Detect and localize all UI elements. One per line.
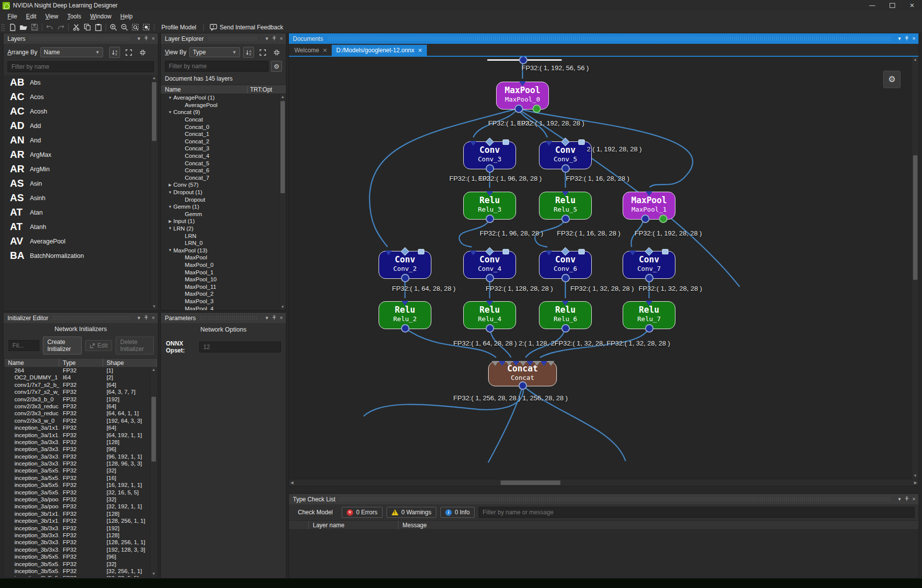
chevron-down-icon[interactable]: ▾	[898, 496, 901, 502]
canvas-settings-button[interactable]: ⚙	[883, 71, 901, 88]
pin-icon[interactable]	[272, 315, 276, 321]
graph-node-conv_3[interactable]: Conv Conv_3	[463, 141, 516, 169]
initializer-row[interactable]: inception_3a/5x5…FP32[32]	[4, 467, 150, 474]
tree-group-row[interactable]: ▼Dropout (1)	[161, 189, 286, 196]
initializer-row[interactable]: inception_3b/3x3…FP32[128, 256, 1, 1]	[4, 539, 150, 546]
chevron-down-icon[interactable]: ▼	[167, 190, 173, 195]
menu-window[interactable]: Window	[86, 12, 116, 21]
tree-layer-row[interactable]: Concat_4	[161, 152, 286, 160]
tree-group-row[interactable]: ▼Gemm (1)	[161, 203, 286, 211]
layer-type-item[interactable]: AC Acosh	[4, 104, 157, 118]
layer-type-item[interactable]: AN And	[4, 133, 157, 147]
output-port-icon[interactable]	[645, 324, 654, 333]
close-icon[interactable]: ×	[152, 36, 155, 41]
initializer-row[interactable]: inception_3b/5x5…FP32[32, 256, 1, 1]	[4, 568, 150, 575]
output-port-icon[interactable]	[645, 274, 654, 282]
close-icon[interactable]: ×	[152, 315, 155, 321]
type-check-table-header[interactable]: Layer name Message	[289, 520, 919, 530]
tree-layer-row[interactable]: Concat_1	[161, 130, 286, 138]
layer-type-item[interactable]: AB Abs	[4, 75, 157, 90]
document-tab[interactable]: D:/Models/googlenet-12.onnx ✕	[332, 45, 427, 56]
chevron-down-icon[interactable]: ▾	[265, 315, 268, 321]
input-port-icon[interactable]	[562, 301, 569, 306]
layers-filter-input[interactable]	[7, 61, 154, 72]
input-port-icon[interactable]	[385, 250, 392, 255]
pin-icon[interactable]	[144, 36, 148, 41]
tree-group-row[interactable]: ▶Conv (57)	[161, 181, 286, 189]
initializer-row[interactable]: inception_3b/3x3…FP32[192]	[4, 525, 150, 532]
input-port-icon[interactable]	[646, 191, 653, 196]
layer-type-item[interactable]: AC Acos	[4, 90, 157, 104]
menu-view[interactable]: View	[41, 12, 63, 21]
paste-button[interactable]	[93, 22, 104, 32]
type-check-filter-input[interactable]	[479, 507, 915, 518]
pin-icon[interactable]	[905, 496, 909, 502]
input-port-icon[interactable]	[470, 250, 477, 255]
save-button[interactable]	[29, 22, 40, 32]
initializer-row[interactable]: 264FP32[1]	[4, 367, 150, 374]
initializer-row[interactable]: inception_3a/5x5…FP32[16, 192, 1, 1]	[4, 481, 150, 488]
graph-node-relu_2[interactable]: Relu Relu_2	[379, 301, 431, 329]
graph-node-conv_6[interactable]: Conv Conv_6	[539, 251, 592, 279]
tree-layer-row[interactable]: MaxPool_11	[161, 283, 286, 290]
output-port-icon[interactable]	[401, 324, 409, 333]
input-port-icon[interactable]	[499, 361, 506, 366]
tree-layer-row[interactable]: Concat_7	[161, 174, 286, 182]
tree-layer-row[interactable]: Gemm	[161, 211, 286, 218]
initializer-row[interactable]: inception_3a/3x3…FP32[128]	[4, 439, 150, 446]
initializer-row[interactable]: conv2/3x3_reduc…FP32[64]	[4, 403, 150, 410]
output-port-icon[interactable]	[561, 164, 570, 173]
initializer-row[interactable]: conv2/3x3_b_0FP32[192]	[4, 396, 150, 403]
initializer-row[interactable]: OC2_DUMMY_1I64[2]	[4, 374, 150, 381]
graph-node-maxpool_1[interactable]: MaxPool MaxPool_1	[623, 192, 675, 220]
tree-layer-row[interactable]: Concat_3	[161, 145, 286, 152]
input-port-icon[interactable]	[519, 81, 526, 86]
pin-icon[interactable]	[905, 36, 909, 41]
graph-node-conv_2[interactable]: Conv Conv_2	[379, 251, 431, 279]
pin-icon[interactable]	[272, 36, 276, 41]
output-port-icon[interactable]	[515, 105, 523, 113]
send-feedback-button[interactable]: Send Internal Feedback	[206, 24, 287, 31]
close-icon[interactable]: ×	[280, 36, 283, 41]
input-port-icon[interactable]	[540, 361, 547, 366]
layers-panel-titlebar[interactable]: Layers ▾ ×	[3, 33, 158, 44]
graph-node-relu_4[interactable]: Relu Relu_4	[463, 301, 516, 329]
layer-type-item[interactable]: AV AveragePool	[4, 234, 157, 248]
layers-scrollbar[interactable]: ▲ ▼	[150, 75, 157, 310]
cut-button[interactable]	[71, 22, 82, 32]
initializer-row[interactable]: inception_3b/5x5…FP32[32]	[4, 561, 150, 568]
chevron-down-icon[interactable]: ▼	[167, 226, 173, 231]
layer-explorer-titlebar[interactable]: Layer Explorer ▾ ×	[161, 33, 286, 44]
layer-type-item[interactable]: AS Asin	[4, 176, 157, 191]
graph-node-maxpool_0[interactable]: MaxPool MaxPool_0	[496, 82, 549, 110]
menu-tools[interactable]: Tools	[63, 12, 86, 21]
zoom-region-button[interactable]	[130, 22, 141, 32]
chevron-down-icon[interactable]: ▾	[898, 36, 901, 41]
tree-layer-row[interactable]: LRN_0	[161, 239, 286, 247]
graph-node-conv_5[interactable]: Conv Conv_5	[539, 141, 592, 169]
graph-node-conv_7[interactable]: Conv Conv_7	[623, 251, 675, 279]
explorer-filter-input[interactable]	[165, 61, 268, 72]
zoom-fit-button[interactable]	[141, 22, 152, 32]
sort-az-button[interactable]: AZ	[109, 47, 120, 58]
input-port-icon[interactable]	[506, 361, 513, 366]
tree-layer-row[interactable]: Concat_6	[161, 167, 286, 174]
layer-type-item[interactable]: AD Add	[4, 118, 157, 133]
explorer-table-header[interactable]: Name TRT:Opt	[161, 85, 286, 94]
delete-initializer-button[interactable]: Delete Initializer	[116, 337, 154, 354]
tree-layer-row[interactable]: LRN	[161, 232, 286, 239]
menu-file[interactable]: File	[3, 12, 21, 21]
initializer-row[interactable]: inception_3b/5x5…FP32[96, 32, 5, 5]	[4, 575, 150, 577]
bias-port-icon[interactable]	[578, 139, 585, 145]
initializer-row[interactable]: conv2/3x3_reduc…FP32[64, 64, 1, 1]	[4, 410, 150, 417]
tree-layer-row[interactable]: Concat_2	[161, 138, 286, 145]
input-port-icon[interactable]	[562, 191, 569, 196]
initializer-table-header[interactable]: Name Type Shape	[4, 358, 157, 367]
collapse-all-button[interactable]	[137, 47, 148, 58]
maximize-button[interactable]	[882, 0, 902, 11]
canvas-vertical-scrollbar[interactable]: ▲ ▼	[912, 57, 919, 479]
initializer-row[interactable]: inception_3b/3x3…FP32[192, 128, 3, 3]	[4, 546, 150, 553]
close-button[interactable]: ✕	[902, 0, 922, 11]
sort-az-button[interactable]: AZ	[243, 47, 254, 58]
menu-help[interactable]: Help	[116, 12, 137, 21]
